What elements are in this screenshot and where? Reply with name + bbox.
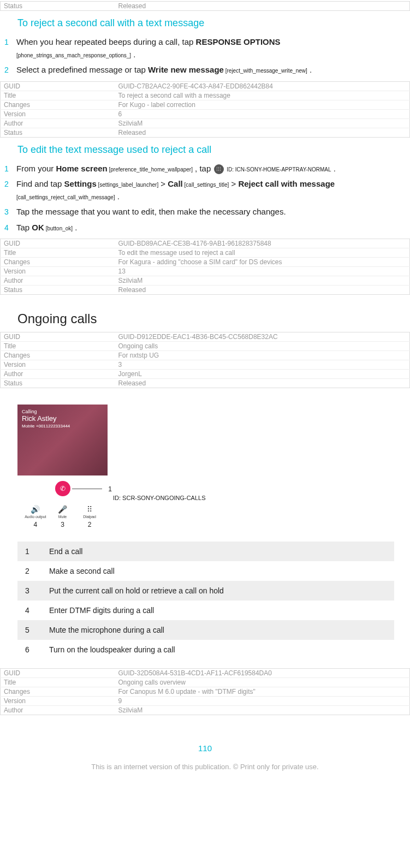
section-heading-reject-second-call: To reject a second call with a text mess… — [0, 12, 410, 34]
callout-num: 6 — [17, 640, 41, 659]
callout-num: 5 — [17, 620, 41, 640]
heading-ongoing-calls: Ongoing calls — [0, 296, 410, 331]
callout-line — [72, 489, 102, 489]
callout-num: 4 — [17, 601, 41, 620]
meta-label: Status — [1, 2, 115, 11]
calling-label: Calling — [22, 409, 103, 414]
step-number: 3 — [4, 206, 16, 218]
callout-number: 1 — [108, 485, 112, 493]
ok-label: OK — [32, 223, 44, 232]
audio-output-button: 🔊Audio output — [25, 505, 46, 519]
step-1: 1 When you hear repeated beeps during a … — [4, 34, 406, 62]
dialpad-button: ⠿Dialpad — [79, 505, 100, 519]
step-text: When you hear repeated beeps during a ca… — [16, 36, 406, 61]
step-text: Find and tap Settings [settings_label_la… — [16, 178, 406, 203]
apptray-icon — [214, 164, 224, 174]
step-number: 2 — [4, 64, 16, 76]
callout-text: Make a second call — [41, 561, 394, 581]
image-id-label: ID: SCR-SONY-ONGOING-CALLS — [113, 495, 206, 534]
step-text: From your Home screen [preference_title_… — [16, 163, 406, 175]
caller-name: Rick Astley — [22, 414, 103, 423]
table-row: 2Make a second call — [17, 561, 394, 581]
home-screen-label: Home screen — [56, 164, 108, 173]
table-row: 5Mute the microphone during a call — [17, 620, 394, 640]
callout-num: 2 — [17, 561, 41, 581]
step-2: 2 Find and tap Settings [settings_label_… — [4, 176, 406, 204]
step-4: 4 Tap OK [button_ok] . — [4, 220, 406, 236]
meta-table-3: GUIDGUID-D912EDDE-EAC1-4B36-BC45-CC568D8… — [0, 332, 410, 388]
callout-text: Mute the microphone during a call — [41, 620, 394, 640]
table-row: 6Turn on the loudspeaker during a call — [17, 640, 394, 659]
dialpad-icon: ⠿ — [79, 505, 100, 514]
meta-table-2: GUIDGUID-BD89ACAE-CE3B-4176-9AB1-9618283… — [0, 239, 410, 295]
callout-num: 1 — [17, 542, 41, 561]
call-controls: ✆ 1 🔊Audio output 🎤Mute ⠿Dialpad 4 3 2 — [17, 475, 108, 534]
callout-numbers-row: 4 3 2 — [17, 521, 108, 531]
page-number: 110 — [0, 744, 410, 753]
mic-icon: 🎤 — [51, 505, 73, 514]
meta-table-1: GUIDGUID-C7B2AAC2-90FE-4C43-A847-EDD8624… — [0, 81, 410, 138]
section-heading-edit-reject-text: To edit the text message used to reject … — [0, 139, 410, 161]
callout-text: End a call — [41, 542, 394, 561]
meta-table-top: Status Released — [0, 1, 410, 11]
settings-label: Settings — [64, 179, 97, 188]
callout-text: Enter DTMF digits during a call — [41, 601, 394, 620]
table-row: 3Put the current call on hold or retriev… — [17, 581, 394, 601]
response-options-label: RESPONSE OPTIONS — [196, 37, 281, 46]
callout-number: 3 — [51, 521, 73, 528]
step-number: 1 — [4, 163, 16, 175]
step-1: 1 From your Home screen [preference_titl… — [4, 161, 406, 177]
steps-edit-reject-text: 1 From your Home screen [preference_titl… — [0, 161, 410, 238]
ongoing-call-screenshot: Calling Rick Astley Mobile +001122233344… — [17, 405, 410, 534]
string-ref: [phone_strings_ans_mach_response_options… — [16, 52, 131, 58]
meta-value: Released — [115, 2, 410, 11]
callout-legend-table: 1End a call 2Make a second call 3Put the… — [17, 542, 394, 659]
call-label: Call — [168, 179, 183, 188]
footer-disclaimer: This is an internet version of this publ… — [0, 763, 410, 771]
callout-number: 4 — [25, 521, 46, 528]
phone-frame: Calling Rick Astley Mobile +001122233344… — [17, 405, 108, 534]
table-row: 1End a call — [17, 542, 394, 561]
step-text: Tap OK [button_ok] . — [16, 222, 406, 234]
step-number: 2 — [4, 179, 16, 190]
end-call-icon: ✆ — [55, 481, 70, 496]
step-text: Select a predefined message or tap Write… — [16, 64, 406, 76]
icon-id: ID: ICN-SONY-HOME-APPTRAY-NORMAL — [225, 167, 331, 173]
callout-text: Turn on the loudspeaker during a call — [41, 640, 394, 659]
step-text: Tap the message that you want to edit, t… — [16, 206, 406, 218]
step-number: 1 — [4, 37, 16, 48]
step-number: 4 — [4, 222, 16, 234]
steps-reject-second-call: 1 When you hear repeated beeps during a … — [0, 34, 410, 80]
string-ref: [reject_with_message_write_new] — [224, 68, 307, 74]
step-2: 2 Select a predefined message or tap Wri… — [4, 62, 406, 78]
mute-button: 🎤Mute — [51, 505, 73, 519]
meta-table-4: GUIDGUID-32D508A4-531B-4CD1-AF11-ACF6195… — [0, 668, 410, 715]
table-row: 4Enter DTMF digits during a call — [17, 601, 394, 620]
callout-num: 3 — [17, 581, 41, 601]
call-header: Calling Rick Astley Mobile +001122233344… — [17, 405, 108, 475]
speaker-icon: 🔊 — [25, 505, 46, 514]
caller-number: Mobile +0011222333444 — [22, 424, 103, 429]
step-3: 3 Tap the message that you want to edit,… — [4, 204, 406, 220]
reject-call-with-message-label: Reject call with message — [238, 179, 335, 188]
write-new-message-label: Write new message — [148, 65, 224, 74]
callout-text: Put the current call on hold or retrieve… — [41, 581, 394, 601]
callout-number: 2 — [79, 521, 100, 528]
